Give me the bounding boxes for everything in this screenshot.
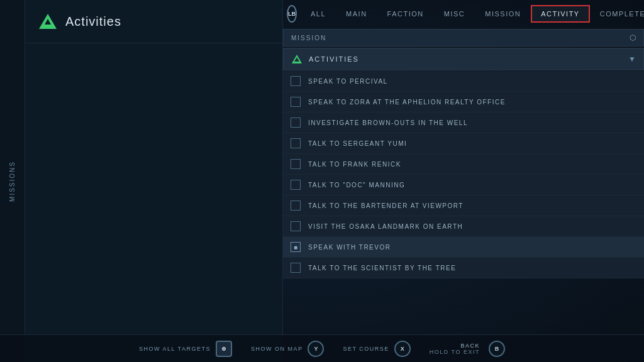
mission-text-4: TALK TO SERGEANT YUMI xyxy=(308,140,407,147)
sidebar: MISSIONS xyxy=(0,0,25,362)
activities-section-icon xyxy=(291,53,303,65)
mission-item-10[interactable]: TALK TO THE SCIENTIST BY THE TREE xyxy=(283,258,644,278)
mission-text-8: VISIT THE OSAKA LANDMARK ON EARTH xyxy=(308,223,463,230)
tab-bar: LB ALL MAIN FACTION MISC MISSION ACTIVIT… xyxy=(283,0,644,28)
mission-item-6[interactable]: TALK TO "DOC" MANNING xyxy=(283,175,644,195)
mission-checkbox-1[interactable] xyxy=(291,76,301,86)
mission-checkbox-10[interactable] xyxy=(291,263,301,273)
sidebar-label: MISSIONS xyxy=(9,161,16,202)
mission-text-9: SPEAK WITH TREVOR xyxy=(308,244,391,251)
tab-completed[interactable]: COMPLETED xyxy=(590,5,644,23)
main-content: LB ALL MAIN FACTION MISC MISSION ACTIVIT… xyxy=(283,0,644,362)
show-all-targets-action[interactable]: SHOW ALL TARGETS ⊕ xyxy=(139,341,232,357)
dropdown-arrow-icon: ⬡ xyxy=(630,33,636,42)
activities-section-label: ACTIVITIES xyxy=(309,55,622,63)
mission-checkbox-2[interactable] xyxy=(291,97,301,107)
set-course-btn[interactable]: X xyxy=(394,341,411,357)
activities-panel-icon xyxy=(38,11,58,31)
mission-text-6: TALK TO "DOC" MANNING xyxy=(308,182,405,189)
panel-header: Activities xyxy=(25,0,282,43)
mission-dropdown-label: MISSION xyxy=(291,35,326,41)
bottom-bar: SHOW ALL TARGETS ⊕ SHOW ON MAP Y SET COU… xyxy=(0,334,644,362)
show-on-map-btn[interactable]: Y xyxy=(308,341,324,357)
mission-item-9[interactable]: SPEAK WITH TREVOR xyxy=(283,237,644,258)
show-all-targets-label: SHOW ALL TARGETS xyxy=(139,346,211,352)
mission-item-8[interactable]: VISIT THE OSAKA LANDMARK ON EARTH xyxy=(283,216,644,237)
mission-item-3[interactable]: INVESTIGATE BROWN-OUTS IN THE WELL xyxy=(283,112,644,133)
tab-misc[interactable]: MISC xyxy=(434,5,475,23)
show-on-map-label: SHOW ON MAP xyxy=(251,346,303,352)
mission-text-5: TALK TO FRANK RENICK xyxy=(308,161,401,168)
mission-item-4[interactable]: TALK TO SERGEANT YUMI xyxy=(283,133,644,154)
mission-list: SPEAK TO PERCIVALSPEAK TO ZORA AT THE AP… xyxy=(283,71,644,278)
left-panel: Activities xyxy=(25,0,283,362)
mission-checkbox-7[interactable] xyxy=(291,200,301,211)
mission-checkbox-5[interactable] xyxy=(291,159,301,169)
mission-item-2[interactable]: SPEAK TO ZORA AT THE APHELION REALTY OFF… xyxy=(283,92,644,112)
triangle-icon xyxy=(39,14,57,29)
activities-collapse-icon: ▼ xyxy=(628,55,636,63)
mission-item-7[interactable]: TALK TO THE BARTENDER AT VIEWPORT xyxy=(283,195,644,216)
activities-header[interactable]: ACTIVITIES ▼ xyxy=(283,48,644,70)
mission-item-5[interactable]: TALK TO FRANK RENICK xyxy=(283,154,644,175)
mission-item-1[interactable]: SPEAK TO PERCIVAL xyxy=(283,71,644,92)
mission-text-10: TALK TO THE SCIENTIST BY THE TREE xyxy=(308,265,456,272)
set-course-label: SET COURSE xyxy=(343,346,389,352)
set-course-action[interactable]: SET COURSE X xyxy=(343,341,410,357)
mission-text-7: TALK TO THE BARTENDER AT VIEWPORT xyxy=(308,202,464,209)
tab-activity[interactable]: ACTIVITY xyxy=(531,5,590,23)
mission-checkbox-8[interactable] xyxy=(291,221,301,231)
tab-main[interactable]: MAIN xyxy=(336,5,377,23)
tab-mission[interactable]: MISSION xyxy=(475,5,531,23)
panel-title: Activities xyxy=(65,14,121,29)
mission-dropdown[interactable]: MISSION ⬡ xyxy=(283,29,644,47)
mission-text-3: INVESTIGATE BROWN-OUTS IN THE WELL xyxy=(308,119,468,126)
mission-checkbox-9[interactable] xyxy=(291,242,301,252)
tab-all[interactable]: ALL xyxy=(301,5,336,23)
mission-text-2: SPEAK TO ZORA AT THE APHELION REALTY OFF… xyxy=(308,99,506,106)
back-action-wrapper[interactable]: BACKHOLD TO EXITB xyxy=(430,341,505,357)
mission-checkbox-4[interactable] xyxy=(291,138,301,148)
show-on-map-action[interactable]: SHOW ON MAP Y xyxy=(251,341,325,357)
mission-checkbox-3[interactable] xyxy=(291,118,301,128)
tab-faction[interactable]: FACTION xyxy=(377,5,434,23)
mission-text-1: SPEAK TO PERCIVAL xyxy=(308,78,388,85)
mission-checkbox-6[interactable] xyxy=(291,180,301,190)
lb-controller[interactable]: LB xyxy=(287,5,297,23)
show-all-targets-btn[interactable]: ⊕ xyxy=(216,341,232,357)
activities-triangle-icon xyxy=(292,55,302,63)
